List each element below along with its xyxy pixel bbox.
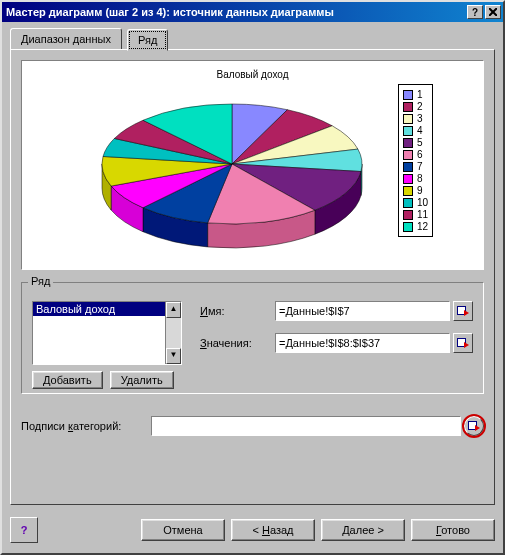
chart-title: Валовый доход bbox=[28, 69, 477, 80]
name-label: Имя: bbox=[200, 305, 275, 317]
legend-swatch-icon bbox=[403, 114, 413, 124]
legend-item: 6 bbox=[403, 149, 428, 160]
legend-label: 4 bbox=[417, 125, 423, 136]
legend-label: 10 bbox=[417, 197, 428, 208]
client-area: Диапазон данных Ряд Валовый доход 123456… bbox=[2, 22, 503, 514]
collapse-dialog-button-name[interactable] bbox=[453, 301, 473, 321]
help-titlebar-button[interactable]: ? bbox=[467, 5, 483, 19]
close-button[interactable] bbox=[485, 5, 501, 19]
legend-label: 8 bbox=[417, 173, 423, 184]
chart-wizard-window: Мастер диаграмм (шаг 2 из 4): источник д… bbox=[0, 0, 505, 555]
legend-item: 8 bbox=[403, 173, 428, 184]
legend-swatch-icon bbox=[403, 102, 413, 112]
legend-swatch-icon bbox=[403, 198, 413, 208]
legend-item: 7 bbox=[403, 161, 428, 172]
legend-label: 2 bbox=[417, 101, 423, 112]
legend-item: 11 bbox=[403, 209, 428, 220]
close-icon bbox=[489, 8, 497, 16]
categories-label: Подписи категорий: bbox=[21, 420, 151, 432]
next-button[interactable]: Далее > bbox=[321, 519, 405, 541]
legend-item: 9 bbox=[403, 185, 428, 196]
legend-swatch-icon bbox=[403, 174, 413, 184]
chart-preview: Валовый доход 123456789101112 bbox=[21, 60, 484, 270]
legend-label: 9 bbox=[417, 185, 423, 196]
list-item[interactable]: Валовый доход bbox=[33, 302, 181, 316]
finish-button[interactable]: Готово bbox=[411, 519, 495, 541]
tab-data-range[interactable]: Диапазон данных bbox=[10, 28, 122, 50]
chart-legend: 123456789101112 bbox=[398, 84, 433, 237]
cancel-button[interactable]: Отмена bbox=[141, 519, 225, 541]
titlebar: Мастер диаграмм (шаг 2 из 4): источник д… bbox=[2, 2, 503, 22]
tab-page-series: Валовый доход 123456789101112 Ряд Валовы… bbox=[10, 49, 495, 505]
back-button[interactable]: < Назад bbox=[231, 519, 315, 541]
legend-label: 3 bbox=[417, 113, 423, 124]
scroll-down-icon[interactable]: ▼ bbox=[166, 348, 181, 364]
legend-swatch-icon bbox=[403, 162, 413, 172]
remove-series-button[interactable]: Удалить bbox=[110, 371, 174, 389]
range-ref-icon bbox=[457, 338, 469, 348]
series-listbox[interactable]: Валовый доход ▲ ▼ bbox=[32, 301, 182, 365]
legend-label: 5 bbox=[417, 137, 423, 148]
legend-label: 12 bbox=[417, 221, 428, 232]
range-ref-icon bbox=[468, 421, 480, 431]
values-label: Значения: bbox=[200, 337, 275, 349]
collapse-dialog-button-categories[interactable] bbox=[464, 416, 484, 436]
legend-swatch-icon bbox=[403, 186, 413, 196]
legend-item: 2 bbox=[403, 101, 428, 112]
name-field[interactable] bbox=[275, 301, 450, 321]
values-field[interactable] bbox=[275, 333, 450, 353]
legend-label: 1 bbox=[417, 89, 423, 100]
legend-swatch-icon bbox=[403, 126, 413, 136]
legend-label: 6 bbox=[417, 149, 423, 160]
groupbox-title: Ряд bbox=[28, 275, 53, 287]
legend-swatch-icon bbox=[403, 222, 413, 232]
range-ref-icon bbox=[457, 306, 469, 316]
legend-swatch-icon bbox=[403, 138, 413, 148]
wizard-footer: ? Отмена < Назад Далее > Готово bbox=[10, 515, 495, 545]
legend-item: 12 bbox=[403, 221, 428, 232]
tab-series[interactable]: Ряд bbox=[127, 29, 168, 51]
legend-label: 11 bbox=[417, 209, 428, 220]
legend-item: 3 bbox=[403, 113, 428, 124]
series-groupbox: Ряд Валовый доход ▲ ▼ Имя: Значе bbox=[21, 282, 484, 394]
help-button[interactable]: ? bbox=[10, 517, 38, 543]
legend-swatch-icon bbox=[403, 150, 413, 160]
legend-swatch-icon bbox=[403, 90, 413, 100]
legend-item: 10 bbox=[403, 197, 428, 208]
tab-strip: Диапазон данных Ряд bbox=[10, 28, 495, 50]
legend-label: 7 bbox=[417, 161, 423, 172]
legend-item: 5 bbox=[403, 137, 428, 148]
legend-swatch-icon bbox=[403, 210, 413, 220]
listbox-scrollbar[interactable]: ▲ ▼ bbox=[165, 302, 181, 364]
legend-item: 4 bbox=[403, 125, 428, 136]
scroll-up-icon[interactable]: ▲ bbox=[166, 302, 181, 318]
collapse-dialog-button-values[interactable] bbox=[453, 333, 473, 353]
categories-field[interactable] bbox=[151, 416, 461, 436]
pie-chart-icon bbox=[72, 84, 392, 254]
window-title: Мастер диаграмм (шаг 2 из 4): источник д… bbox=[6, 6, 465, 18]
legend-item: 1 bbox=[403, 89, 428, 100]
add-series-button[interactable]: Добавить bbox=[32, 371, 103, 389]
